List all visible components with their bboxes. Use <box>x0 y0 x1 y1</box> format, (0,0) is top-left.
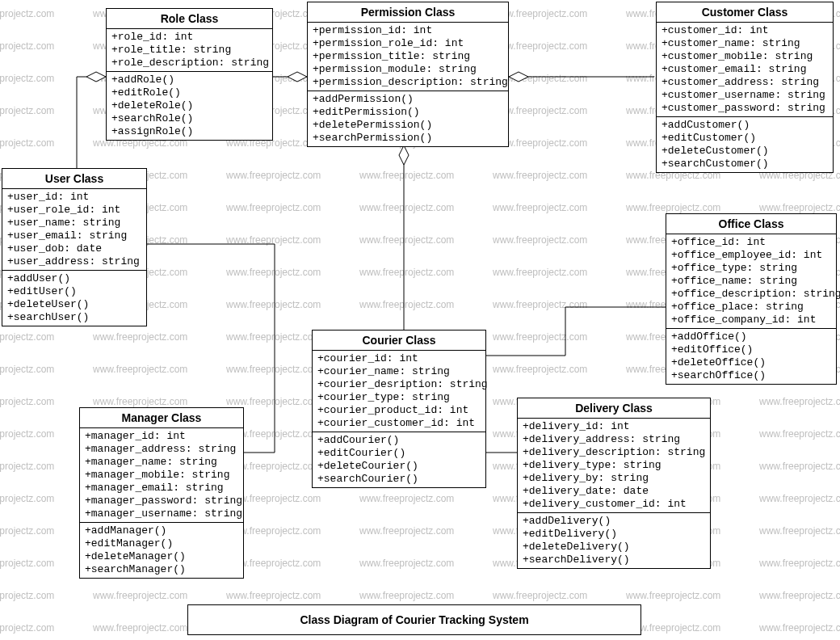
class-attributes: +role_id: int +role_title: string +role_… <box>107 29 272 72</box>
class-attributes: +office_id: int +office_employee_id: int… <box>666 234 836 329</box>
class-permission: Permission Class +permission_id: int +pe… <box>307 2 509 147</box>
watermark-text: www.freeprojectz.com <box>759 558 840 569</box>
watermark-text: www.freeprojectz.com <box>493 170 587 181</box>
watermark-text: www.freeprojectz.com <box>0 590 54 601</box>
watermark-text: www.freeprojectz.com <box>226 234 321 246</box>
diamond-permission-role <box>288 72 307 82</box>
watermark-text: www.freeprojectz.com <box>0 364 54 375</box>
watermark-text: www.freeprojectz.com <box>493 590 587 601</box>
class-attributes: +courier_id: int +courier_name: string +… <box>313 351 485 432</box>
class-attributes: +user_id: int +user_role_id: int +user_n… <box>2 189 146 271</box>
watermark-text: www.freeprojectz.com <box>359 299 454 310</box>
watermark-text: www.freeprojectz.com <box>493 234 587 246</box>
watermark-text: www.freeprojectz.com <box>759 396 840 407</box>
watermark-text: www.freeprojectz.com <box>759 461 840 472</box>
watermark-text: www.freeprojectz.com <box>0 331 54 343</box>
watermark-text: www.freeprojectz.com <box>0 525 54 537</box>
watermark-text: www.freeprojectz.com <box>93 331 187 343</box>
watermark-text: www.freeprojectz.com <box>0 40 54 52</box>
watermark-text: www.freeprojectz.com <box>93 396 187 407</box>
class-methods: +addUser() +editUser() +deleteUser() +se… <box>2 271 146 326</box>
class-delivery: Delivery Class +delivery_id: int +delive… <box>517 398 711 569</box>
watermark-text: www.freeprojectz.com <box>493 299 587 310</box>
watermark-text: www.freeprojectz.com <box>226 267 321 278</box>
watermark-text: www.freeprojectz.com <box>493 202 587 213</box>
watermark-text: www.freeprojectz.com <box>226 364 321 375</box>
diamond-role-user <box>86 72 106 82</box>
class-methods: +addOffice() +editOffice() +deleteOffice… <box>666 329 836 384</box>
class-methods: +addDelivery() +editDelivery() +deleteDe… <box>518 513 710 568</box>
class-title: Role Class <box>107 9 272 29</box>
watermark-text: www.freeprojectz.com <box>93 364 187 375</box>
class-courier: Courier Class +courier_id: int +courier_… <box>312 330 486 488</box>
watermark-text: www.freeprojectz.com <box>226 299 321 310</box>
class-attributes: +customer_id: int +customer_name: string… <box>657 23 833 117</box>
watermark-text: www.freeprojectz.com <box>359 170 454 181</box>
watermark-text: www.freeprojectz.com <box>0 622 54 634</box>
watermark-text: www.freeprojectz.com <box>493 267 587 278</box>
class-title: Permission Class <box>308 2 508 23</box>
class-title: Courier Class <box>313 331 485 351</box>
watermark-text: www.freeprojectz.com <box>0 428 54 440</box>
watermark-text: www.freeprojectz.com <box>359 525 454 537</box>
class-methods: +addManager() +editManager() +deleteMana… <box>80 523 243 578</box>
watermark-text: www.freeprojectz.com <box>759 428 840 440</box>
watermark-text: www.freeprojectz.com <box>359 590 454 601</box>
watermark-text: www.freeprojectz.com <box>759 590 840 601</box>
watermark-text: www.freeprojectz.com <box>226 331 321 343</box>
class-methods: +addPermission() +editPermission() +dele… <box>308 91 508 146</box>
watermark-text: www.freeprojectz.com <box>0 461 54 472</box>
watermark-text: www.freeprojectz.com <box>759 493 840 504</box>
class-user: User Class +user_id: int +user_role_id: … <box>2 168 147 326</box>
watermark-text: www.freeprojectz.com <box>226 170 321 181</box>
watermark-text: www.freeprojectz.com <box>0 73 54 84</box>
class-title: Customer Class <box>657 2 833 23</box>
diagram-title: Class Diagram of Courier Tracking System <box>187 604 641 635</box>
class-attributes: +manager_id: int +manager_address: strin… <box>80 428 243 523</box>
watermark-text: www.freeprojectz.com <box>0 493 54 504</box>
class-title: Office Class <box>666 214 836 234</box>
watermark-text: www.freeprojectz.com <box>0 137 54 149</box>
watermark-text: www.freeprojectz.com <box>359 493 454 504</box>
watermark-text: www.freeprojectz.com <box>226 396 321 407</box>
watermark-text: www.freeprojectz.com <box>93 622 187 634</box>
watermark-text: www.freeprojectz.com <box>359 267 454 278</box>
watermark-text: www.freeprojectz.com <box>759 525 840 537</box>
watermark-text: www.freeprojectz.com <box>759 202 840 213</box>
watermark-text: www.freeprojectz.com <box>359 202 454 213</box>
class-methods: +addCourier() +editCourier() +deleteCour… <box>313 432 485 487</box>
class-role: Role Class +role_id: int +role_title: st… <box>106 8 273 141</box>
watermark-text: www.freeprojectz.com <box>759 622 840 634</box>
watermark-text: www.freeprojectz.com <box>226 202 321 213</box>
class-methods: +addCustomer() +editCustomer() +deleteCu… <box>657 117 833 172</box>
diamond-permission-customer <box>509 72 528 82</box>
class-title: User Class <box>2 169 146 189</box>
class-office: Office Class +office_id: int +office_emp… <box>666 213 837 385</box>
watermark-text: www.freeprojectz.com <box>493 364 587 375</box>
watermark-text: www.freeprojectz.com <box>0 105 54 116</box>
watermark-text: www.freeprojectz.com <box>0 8 54 19</box>
watermark-text: www.freeprojectz.com <box>226 590 321 601</box>
watermark-text: www.freeprojectz.com <box>359 558 454 569</box>
class-title: Delivery Class <box>518 398 710 419</box>
class-attributes: +delivery_id: int +delivery_address: str… <box>518 419 710 513</box>
class-attributes: +permission_id: int +permission_role_id:… <box>308 23 508 91</box>
watermark-text: www.freeprojectz.com <box>626 202 720 213</box>
class-methods: +addRole() +editRole() +deleteRole() +se… <box>107 72 272 140</box>
watermark-text: www.freeprojectz.com <box>0 396 54 407</box>
watermark-text: www.freeprojectz.com <box>0 558 54 569</box>
watermark-text: www.freeprojectz.com <box>626 590 720 601</box>
watermark-text: www.freeprojectz.com <box>493 331 587 343</box>
class-manager: Manager Class +manager_id: int +manager_… <box>79 407 244 579</box>
diamond-permission-courier <box>399 145 409 165</box>
watermark-text: www.freeprojectz.com <box>93 590 187 601</box>
class-title: Manager Class <box>80 408 243 428</box>
watermark-text: www.freeprojectz.com <box>359 234 454 246</box>
class-customer: Customer Class +customer_id: int +custom… <box>656 2 834 173</box>
